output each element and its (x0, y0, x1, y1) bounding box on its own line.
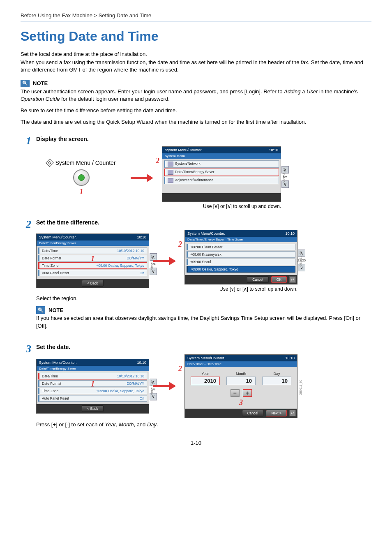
wrench-icon (168, 162, 173, 166)
step-1: 1 Display the screen. System Menu / Coun… (21, 136, 371, 209)
row-date-format[interactable]: Date FormatDD/MM/YY 1 (38, 255, 147, 261)
month-value[interactable]: 10 (226, 377, 256, 385)
screen-subtitle: System Menu (162, 153, 281, 159)
label: Date Format (42, 256, 61, 260)
note-icon (36, 306, 45, 314)
arrow-right-icon (153, 384, 176, 388)
screen-title: System Menu/Counter. (187, 356, 225, 360)
text: ] or [ (234, 286, 244, 292)
text: ] to scroll up and down. (231, 204, 281, 209)
row-date-time[interactable]: Date/Time10/10/2012 10:10 (38, 373, 147, 379)
label: Date/Timer/Energy Saver (175, 170, 214, 174)
scroll-caption: Use [∨] or [∧] to scroll up and down. (162, 204, 281, 209)
value: 10/10/2012 10:10 (117, 249, 144, 253)
menu-item-date-timer[interactable]: Date/Timer/Energy Saver (164, 169, 279, 176)
tz-row[interactable]: +09:00 Seoul (187, 259, 295, 265)
step-2-title: Set the time difference. (36, 219, 371, 226)
step-2: 2 Set the time difference. System Menu/C… (21, 219, 371, 333)
diamond-icon (46, 159, 54, 167)
cancel-button[interactable]: Cancel (242, 410, 263, 416)
label: +08:00 Ulaan Bataar (190, 245, 222, 249)
screen-set-date: System Menu/Counter.10:10 Date/Timer - D… (184, 354, 297, 418)
figure-ref: GB0054_04 (283, 168, 286, 183)
label: Auto Panel Reset (42, 271, 69, 275)
value: DD/MM/YY (127, 382, 145, 386)
text: Use [ (203, 204, 214, 209)
text: . (157, 421, 158, 428)
enter-icon[interactable]: ↵ (289, 276, 296, 283)
back-button[interactable]: < Back (82, 405, 103, 412)
page-number: 1-10 (21, 440, 371, 446)
hardware-round-button[interactable] (73, 169, 90, 186)
screen-title: System Menu/Counter. (39, 235, 77, 239)
text: in the machine's (318, 88, 357, 95)
enter-icon[interactable]: ↵ (289, 410, 296, 416)
month-label: Month (226, 372, 256, 376)
note1-p3: The date and time are set using the Quic… (21, 118, 371, 126)
screen-date-timer-list-2: System Menu/Counter.10:10 Date/Timer/Ene… (36, 359, 149, 414)
system-menu-counter-button[interactable]: System Menu / Counter (47, 160, 115, 166)
text-italic: Operation Guide (21, 96, 60, 102)
text: , and (134, 421, 147, 428)
label: Date/Time (42, 249, 58, 253)
value: DD/MM/YY (127, 256, 145, 260)
screen-subtitle: Date/Timer/Energy Saver - Time Zone (185, 237, 297, 242)
plus-button[interactable]: + (243, 389, 252, 397)
text-italic: Year (105, 421, 116, 428)
row-time-zone[interactable]: Time Zone+09:00 Osaka, Sapporo, Tokyo (38, 388, 147, 394)
label: +09:00 Osaka, Sapporo, Tokyo (190, 267, 238, 271)
back-button[interactable]: < Back (82, 280, 103, 287)
tool-icon (168, 178, 173, 183)
screen-title: System Menu/Counter. (187, 231, 225, 236)
menu-item-system-network[interactable]: System/Network (164, 160, 279, 168)
row-date-format[interactable]: Date FormatDD/MM/YY 1 (38, 380, 147, 387)
value: +09:00 Osaka, Sapporo, Tokyo (96, 389, 144, 393)
calendar-icon (168, 170, 173, 175)
text: Press [+] or [-] to set each of (36, 421, 105, 428)
intro-p1: Set the local date and time at the place… (21, 51, 371, 58)
note-label: NOTE (48, 307, 63, 313)
screen-date-timer-list: System Menu/Counter.10:10 Date/Timer/Ene… (36, 234, 149, 288)
screen-time-zone-list: System Menu/Counter.10:10 Date/Timer/Ene… (184, 230, 297, 284)
label: Date Format (42, 382, 61, 386)
callout-1: 1 (91, 254, 95, 263)
year-label: Year (191, 372, 220, 376)
ok-button[interactable]: OK (271, 276, 287, 283)
note2-body: If you have selected an area that observ… (36, 314, 371, 329)
text: ] to scroll up and down. (247, 286, 297, 292)
label: Auto Panel Reset (42, 396, 69, 400)
year-value[interactable]: 2010 (191, 377, 220, 385)
row-auto-panel-reset[interactable]: Auto Panel ResetOn (38, 270, 147, 276)
day-value[interactable]: 10 (262, 377, 291, 385)
label: +09:00 Seoul (190, 260, 211, 264)
label: Adjustment/Maintenance (175, 178, 214, 183)
minus-button[interactable]: − (231, 389, 240, 397)
label: Time Zone (42, 264, 58, 268)
header-divider (21, 21, 371, 21)
tz-row-selected[interactable]: +09:00 Osaka, Sapporo, Tokyo (187, 266, 295, 273)
cancel-button[interactable]: Cancel (247, 276, 268, 283)
callout-1: 1 (80, 187, 83, 196)
screen-clock: 10:10 (285, 356, 295, 360)
value: 10/10/2012 10:10 (117, 374, 144, 378)
value: +09:00 Osaka, Sapporo, Tokyo (96, 264, 144, 268)
text-italic: Adding a User (284, 88, 318, 95)
callout-3: 3 (187, 398, 295, 407)
row-auto-panel-reset[interactable]: Auto Panel ResetOn (38, 395, 147, 402)
callout-2: 2 (178, 240, 182, 249)
next-button[interactable]: Next > (266, 410, 287, 416)
screen-subtitle: Date/Timer - Date/Time (185, 361, 297, 367)
tz-row[interactable]: +08:00 Ulaan Bataar (187, 244, 295, 250)
arrow-right-icon (131, 176, 153, 180)
menu-item-adjustment[interactable]: Adjustment/Maintenance (164, 177, 279, 184)
row-time-zone[interactable]: Time Zone+09:00 Osaka, Sapporo, Tokyo (38, 262, 147, 269)
screen-system-menu: System Menu/Counter. 10:10 System Menu S… (162, 146, 281, 202)
note-block-1: NOTE The user authentication screen appe… (21, 80, 371, 126)
row-date-time[interactable]: Date/Time10/10/2012 10:10 (38, 247, 147, 254)
label: System/Network (175, 162, 201, 166)
step-number: 1 (21, 136, 31, 209)
note1-p1: The user authentication screen appears. … (21, 88, 371, 103)
tz-row[interactable]: +08:00 Krasnoyarsk (187, 251, 295, 258)
screen-subtitle: Date/Timer/Energy Saver (37, 240, 149, 246)
screen-subtitle: Date/Timer/Energy Saver (37, 366, 149, 371)
